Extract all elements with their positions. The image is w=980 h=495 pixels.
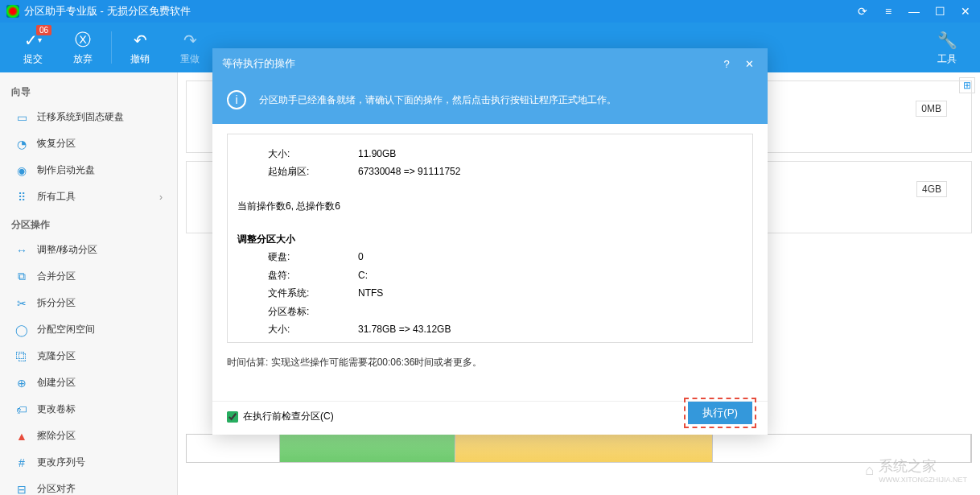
sidebar-item-clone[interactable]: ⿻克隆分区 xyxy=(0,343,177,369)
label: 分区对齐 xyxy=(37,482,76,495)
resize-title: 调整分区大小 xyxy=(237,231,743,247)
separator xyxy=(111,31,112,64)
label: 创建分区 xyxy=(37,376,76,390)
disc-icon: ◉ xyxy=(14,164,29,177)
label: 拆分分区 xyxy=(37,296,76,310)
dialog-body: 大小:11.90GB 起始扇区:67330048 => 91111752 当前操… xyxy=(212,124,768,401)
redo-icon: ↷ xyxy=(179,30,200,51)
undo-label: 撤销 xyxy=(130,52,150,66)
dialog-footer: 在执行前检查分区(C) 执行(P) xyxy=(212,401,768,435)
watermark-text: 系统之家 xyxy=(879,456,967,476)
redo-label: 重做 xyxy=(180,52,200,66)
time-estimate-text: 时间估算: 实现这些操作可能需要花00:06:36时间或者更多。 xyxy=(227,356,753,369)
partition-segment[interactable] xyxy=(455,435,714,462)
undo-button[interactable]: ↶ 撤销 xyxy=(115,27,165,69)
tag-icon: 🏷 xyxy=(14,403,29,416)
label: 克隆分区 xyxy=(37,349,76,363)
op-count-text: 当前操作数6, 总操作数6 xyxy=(237,198,743,214)
sidebar-item-recover[interactable]: ◔ 恢复分区 xyxy=(0,130,177,157)
checkbox-input[interactable] xyxy=(227,411,238,423)
maximize-icon[interactable]: ☐ xyxy=(932,3,948,19)
disk-size-label: 4GB xyxy=(916,181,947,197)
help-icon[interactable]: ? xyxy=(718,55,735,72)
menu-icon[interactable]: ≡ xyxy=(880,3,896,19)
ssd-icon: ▭ xyxy=(14,111,29,124)
sidebar-item-wipe[interactable]: ▲擦除分区 xyxy=(0,423,177,449)
sidebar: 向导 ▭ 迁移系统到固态硬盘 ◔ 恢复分区 ◉ 制作启动光盘 ⠿ 所有工具 › … xyxy=(0,72,178,495)
pending-operations-dialog: 等待执行的操作 ? ✕ i 分区助手已经准备就绪，请确认下面的操作，然后点击执行… xyxy=(212,48,768,435)
label: 合并分区 xyxy=(37,270,76,283)
discard-icon: ⓧ xyxy=(72,30,93,51)
sidebar-item-migrate[interactable]: ▭ 迁移系统到固态硬盘 xyxy=(0,104,177,130)
refresh-icon[interactable]: ⟳ xyxy=(854,3,871,19)
sidebar-item-allocate[interactable]: ◯分配空闲空间 xyxy=(0,316,177,343)
chevron-right-icon: › xyxy=(159,192,163,203)
sidebar-item-serial[interactable]: #更改序列号 xyxy=(0,449,177,476)
label: 调整/移动分区 xyxy=(37,243,97,257)
close-icon[interactable]: ✕ xyxy=(957,3,974,19)
sidebar-item-label: 制作启动光盘 xyxy=(37,163,95,177)
allocate-icon: ◯ xyxy=(14,324,29,336)
fs-label: 文件系统: xyxy=(268,285,340,301)
disk-strip-panel xyxy=(186,431,972,479)
dialog-title-text: 等待执行的操作 xyxy=(222,56,713,71)
submit-label: 提交 xyxy=(23,52,43,66)
sidebar-item-alltools[interactable]: ⠿ 所有工具 › xyxy=(0,184,177,210)
label: 更改卷标 xyxy=(37,402,76,416)
rsize-label: 大小: xyxy=(268,321,340,337)
letter-val: C: xyxy=(342,267,451,283)
letter-label: 盘符: xyxy=(268,267,340,283)
partition-segment[interactable] xyxy=(280,435,455,462)
sidebar-item-bootdisc[interactable]: ◉ 制作启动光盘 xyxy=(0,157,177,184)
merge-icon: ⧉ xyxy=(14,270,29,283)
titlebar: 分区助手专业版 - 无损分区免费软件 ⟳ ≡ — ☐ ✕ xyxy=(0,0,980,23)
operations-list[interactable]: 大小:11.90GB 起始扇区:67330048 => 91111752 当前操… xyxy=(227,134,753,343)
partition-segment[interactable] xyxy=(187,435,280,462)
size-label: 大小: xyxy=(268,146,340,162)
wizard-section-title: 向导 xyxy=(0,77,177,104)
disk-val: 0 xyxy=(342,249,451,265)
resize-icon: ↔ xyxy=(14,244,29,257)
watermark: ⌂ 系统之家 WWW.XITONGZHIJIA.NET xyxy=(865,456,967,484)
pie-icon: ◔ xyxy=(14,138,29,151)
serial-icon: # xyxy=(14,456,29,469)
cluster-val: 4KB xyxy=(342,339,451,343)
sidebar-item-split[interactable]: ✂拆分分区 xyxy=(0,290,177,316)
dialog-header: i 分区助手已经准备就绪，请确认下面的操作，然后点击执行按钮让程序正式地工作。 xyxy=(212,79,768,124)
minimize-icon[interactable]: — xyxy=(906,3,922,19)
close-icon[interactable]: ✕ xyxy=(740,55,758,72)
disk-size-label: 0MB xyxy=(916,101,947,117)
watermark-url: WWW.XITONGZHIJIA.NET xyxy=(879,476,967,484)
start-label: 起始扇区: xyxy=(268,163,340,179)
execute-highlight: 执行(P) xyxy=(684,398,756,428)
wrench-icon: 🔧 xyxy=(937,30,957,51)
vol-label: 分区卷标: xyxy=(268,303,340,320)
app-logo-icon xyxy=(6,5,19,18)
wipe-icon: ▲ xyxy=(14,430,29,443)
cluster-label: 簇大小: xyxy=(268,339,340,343)
info-icon: i xyxy=(227,90,246,109)
sidebar-item-label: 迁移系统到固态硬盘 xyxy=(37,110,124,124)
check-partitions-checkbox[interactable]: 在执行前检查分区(C) xyxy=(227,410,334,423)
sidebar-item-merge[interactable]: ⧉合并分区 xyxy=(0,263,177,290)
tools-label: 工具 xyxy=(937,52,957,66)
size-val: 11.90GB xyxy=(342,146,460,162)
fs-val: NTFS xyxy=(342,285,451,301)
ops-section-title: 分区操作 xyxy=(0,210,177,237)
window-title: 分区助手专业版 - 无损分区免费软件 xyxy=(24,4,854,19)
house-icon: ⌂ xyxy=(865,462,874,479)
discard-button[interactable]: ⓧ 放弃 xyxy=(58,27,108,69)
clone-icon: ⿻ xyxy=(14,350,29,363)
execute-button[interactable]: 执行(P) xyxy=(688,402,752,424)
sidebar-item-label[interactable]: 🏷更改卷标 xyxy=(0,396,177,423)
redo-button[interactable]: ↷ 重做 xyxy=(165,27,215,69)
sidebar-item-resize[interactable]: ↔调整/移动分区 xyxy=(0,237,177,263)
sidebar-item-create[interactable]: ⊕创建分区 xyxy=(0,369,177,396)
vol-val xyxy=(342,303,451,320)
submit-button[interactable]: ✓ ▾ 06 提交 xyxy=(8,27,58,69)
dialog-info-text: 分区助手已经准备就绪，请确认下面的操作，然后点击执行按钮让程序正式地工作。 xyxy=(259,93,616,107)
sidebar-item-align[interactable]: ⊟分区对齐 xyxy=(0,476,177,495)
sidebar-item-label: 恢复分区 xyxy=(37,137,76,151)
tools-button[interactable]: 🔧 工具 xyxy=(922,27,972,69)
checkbox-label: 在执行前检查分区(C) xyxy=(243,410,334,423)
